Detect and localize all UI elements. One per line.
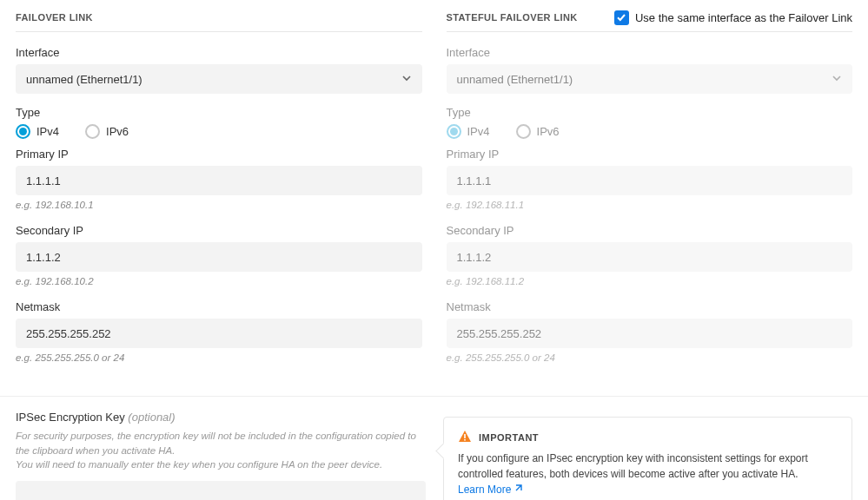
chevron-down-icon <box>832 73 842 86</box>
stateful-interface-select: unnamed (Ethernet1/1) <box>447 64 853 94</box>
ipsec-key-section: IPSec Encryption Key (optional) For secu… <box>16 411 426 500</box>
interface-value: unnamed (Ethernet1/1) <box>26 73 142 86</box>
primary-ip-input[interactable] <box>16 166 422 195</box>
checkbox-checked-icon <box>614 10 629 25</box>
interface-label: Interface <box>16 46 422 59</box>
ipsec-key-input[interactable] <box>16 481 426 500</box>
stateful-failover-link-section: STATEFUL FAILOVER LINK Use the same inte… <box>447 9 853 377</box>
type-label: Type <box>16 106 422 119</box>
stateful-title: STATEFUL FAILOVER LINK <box>447 12 578 23</box>
secondary-ip-input[interactable] <box>16 242 422 272</box>
warning-icon <box>458 430 472 445</box>
failover-title: FAILOVER LINK <box>16 12 93 23</box>
stateful-secondary-ip-label: Secondary IP <box>447 224 853 237</box>
stateful-secondary-ip-input <box>447 242 853 272</box>
use-same-label: Use the same interface as the Failover L… <box>635 11 852 24</box>
stateful-radio-ipv4-label: IPv4 <box>467 125 490 138</box>
ipsec-optional-label: (optional) <box>128 411 175 424</box>
use-same-interface-toggle[interactable]: Use the same interface as the Failover L… <box>614 10 852 25</box>
radio-ipv4[interactable]: IPv4 <box>16 124 59 139</box>
radio-ipv6[interactable]: IPv6 <box>85 124 129 139</box>
stateful-netmask-input <box>447 319 853 348</box>
stateful-radio-ipv6: IPv6 <box>516 124 560 139</box>
stateful-type-label: Type <box>447 106 853 119</box>
ipsec-note: For security purposes, the encryption ke… <box>16 429 426 472</box>
stateful-radio-ipv6-label: IPv6 <box>537 125 560 138</box>
radio-ipv6-label: IPv6 <box>106 125 129 138</box>
secondary-ip-hint: e.g. 192.168.10.2 <box>16 276 422 286</box>
failover-link-section: FAILOVER LINK Interface unnamed (Etherne… <box>16 9 422 377</box>
stateful-primary-ip-input <box>447 166 853 195</box>
interface-select[interactable]: unnamed (Ethernet1/1) <box>16 64 422 94</box>
svg-rect-1 <box>464 439 466 441</box>
primary-ip-hint: e.g. 192.168.10.1 <box>16 200 422 210</box>
stateful-netmask-hint: e.g. 255.255.255.0 or 24 <box>447 352 853 363</box>
ipsec-key-label: IPSec Encryption Key (optional) <box>16 411 426 424</box>
primary-ip-label: Primary IP <box>16 148 422 161</box>
svg-rect-0 <box>464 434 466 438</box>
stateful-netmask-label: Netmask <box>447 300 853 313</box>
radio-unselected-icon <box>516 124 531 139</box>
netmask-label: Netmask <box>16 300 422 313</box>
radio-selected-icon <box>447 124 461 139</box>
stateful-secondary-ip-hint: e.g. 192.168.11.2 <box>447 276 853 286</box>
stateful-primary-ip-label: Primary IP <box>447 148 853 161</box>
radio-ipv4-label: IPv4 <box>36 125 59 138</box>
netmask-hint: e.g. 255.255.255.0 or 24 <box>16 352 422 363</box>
learn-more-link[interactable]: Learn More <box>458 482 522 497</box>
stateful-interface-value: unnamed (Ethernet1/1) <box>457 73 573 86</box>
netmask-input[interactable] <box>16 319 422 348</box>
secondary-ip-label: Secondary IP <box>16 224 422 237</box>
stateful-radio-ipv4: IPv4 <box>447 124 490 139</box>
radio-selected-icon <box>16 124 30 139</box>
stateful-type-radio-group: IPv4 IPv6 <box>447 124 853 139</box>
radio-unselected-icon <box>85 124 100 139</box>
stateful-interface-label: Interface <box>447 46 853 59</box>
type-radio-group: IPv4 IPv6 <box>16 124 422 139</box>
chevron-down-icon <box>401 73 412 86</box>
important-heading: IMPORTANT <box>479 432 539 443</box>
important-body: If you configure an IPsec encryption key… <box>458 451 838 497</box>
horizontal-divider <box>0 396 868 397</box>
important-callout: IMPORTANT If you configure an IPsec encr… <box>443 417 852 500</box>
external-link-icon <box>514 482 522 497</box>
stateful-primary-ip-hint: e.g. 192.168.11.1 <box>447 200 853 210</box>
